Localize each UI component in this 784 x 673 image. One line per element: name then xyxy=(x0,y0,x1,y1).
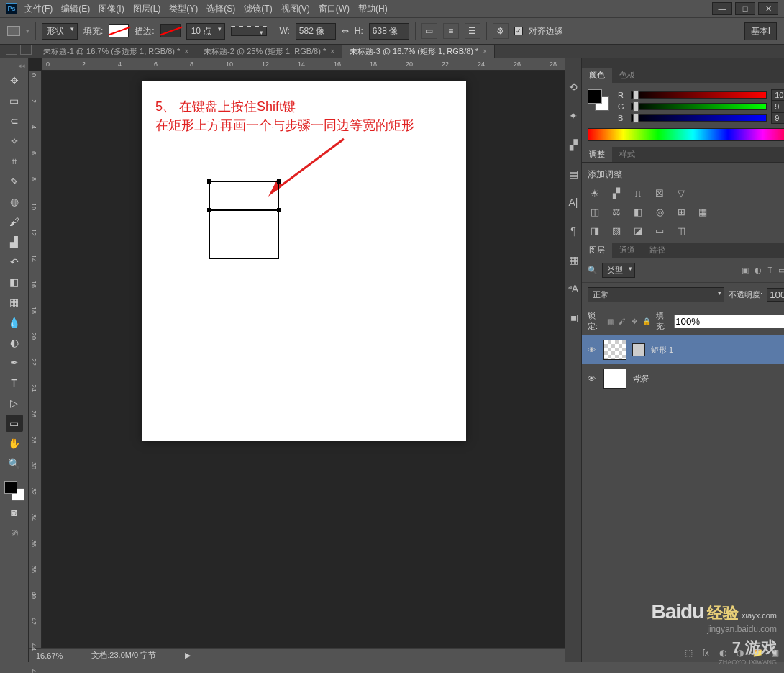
align-edges-checkbox[interactable]: ✓ xyxy=(514,27,523,35)
hand-tool[interactable]: ✋ xyxy=(6,435,23,452)
character-panel-icon[interactable]: A| xyxy=(565,194,581,210)
width-input[interactable]: 582 像 xyxy=(296,23,336,40)
lock-all-icon[interactable]: 🔒 xyxy=(642,316,651,326)
actions-panel-icon[interactable]: ▣ xyxy=(565,310,581,325)
height-input[interactable]: 638 像 xyxy=(369,23,409,40)
fx-icon[interactable]: fx xyxy=(699,646,712,659)
new-layer-icon[interactable]: ▣ xyxy=(768,646,781,659)
opacity-input[interactable] xyxy=(767,288,784,302)
spectrum-picker[interactable] xyxy=(588,128,784,141)
filter-shape-icon[interactable]: ▭ xyxy=(778,266,784,275)
doc-tab-1[interactable]: 未标题-1 @ 16.7% (多边形 1, RGB/8) * × xyxy=(36,45,196,58)
tab-styles[interactable]: 样式 xyxy=(612,147,642,162)
viewport[interactable]: 5、 在键盘上按住Shift键 在矩形上方再画一个与步骤一同边等宽的矩形 xyxy=(42,71,565,648)
brush-tool[interactable]: 🖌 xyxy=(6,213,23,230)
brush-preset-icon[interactable]: ▦ xyxy=(565,252,581,268)
b-value[interactable]: 9 xyxy=(771,112,784,124)
r-slider[interactable] xyxy=(631,91,767,99)
doc-info[interactable]: 文档:23.0M/0 字节 xyxy=(91,650,156,661)
doc-tab-3[interactable]: 未标题-3 @ 16.7% (矩形 1, RGB/8) * × xyxy=(342,45,495,58)
close-button[interactable]: ✕ xyxy=(758,2,778,15)
tab-paths[interactable]: 路径 xyxy=(642,243,673,258)
invert-icon[interactable]: ◨ xyxy=(588,224,602,237)
handle-ne[interactable] xyxy=(277,179,281,184)
channel-mixer-icon[interactable]: ⊞ xyxy=(674,205,688,218)
tool-mode-select[interactable]: 形状 xyxy=(42,23,78,40)
color-swatches[interactable] xyxy=(4,481,24,501)
pen-tool[interactable]: ✒ xyxy=(6,354,23,371)
view-arrange-icon[interactable] xyxy=(6,45,17,55)
tab-swatches[interactable]: 色板 xyxy=(612,68,642,83)
brightness-icon[interactable]: ☀ xyxy=(588,186,602,199)
filter-type-icon[interactable]: T xyxy=(767,266,772,275)
quick-mask-tool[interactable]: ◙ xyxy=(6,504,23,521)
threshold-icon[interactable]: ◪ xyxy=(631,224,645,237)
exposure-icon[interactable]: ☒ xyxy=(652,186,667,199)
eyedropper-tool[interactable]: ✎ xyxy=(6,173,23,190)
screen-mode-tool[interactable]: ⎚ xyxy=(6,524,23,541)
selective-color-icon[interactable]: ◫ xyxy=(674,224,688,237)
menu-help[interactable]: 帮助(H) xyxy=(358,3,388,15)
status-chevron-icon[interactable]: ▶ xyxy=(185,651,191,660)
r-value[interactable]: 10 xyxy=(771,89,784,101)
shape-rect-upper[interactable] xyxy=(209,181,279,210)
layer-thumbnail[interactable] xyxy=(603,340,626,360)
navigator-icon[interactable]: ✦ xyxy=(565,108,581,124)
lookup-icon[interactable]: ▦ xyxy=(696,205,710,218)
posterize-icon[interactable]: ▨ xyxy=(609,224,624,237)
tab-color[interactable]: 颜色 xyxy=(582,68,612,83)
info-panel-icon[interactable]: ▤ xyxy=(565,166,581,181)
blur-tool[interactable]: 💧 xyxy=(6,314,23,331)
eraser-tool[interactable]: ◧ xyxy=(6,274,23,291)
b-slider[interactable] xyxy=(631,114,767,122)
search-icon[interactable]: 🔍 xyxy=(588,266,598,275)
fill-swatch[interactable] xyxy=(109,24,129,37)
lasso-tool[interactable]: ⊂ xyxy=(6,112,23,130)
vibrance-icon[interactable]: ▽ xyxy=(674,186,688,199)
rectangle-tool[interactable]: ▭ xyxy=(6,415,23,432)
maximize-button[interactable]: □ xyxy=(735,2,755,15)
menu-filter[interactable]: 滤镜(T) xyxy=(244,3,272,15)
levels-icon[interactable]: ▞ xyxy=(609,186,624,199)
tab-adjustments[interactable]: 调整 xyxy=(582,147,612,162)
tab-channels[interactable]: 通道 xyxy=(612,243,642,258)
mask-icon[interactable]: ◐ xyxy=(716,646,729,659)
filter-image-icon[interactable]: ▣ xyxy=(742,266,749,275)
arrange-icon[interactable]: ☰ xyxy=(465,23,480,39)
close-icon[interactable]: × xyxy=(483,48,487,55)
lock-paint-icon[interactable]: 🖌 xyxy=(619,316,626,326)
crop-tool[interactable]: ⌗ xyxy=(6,153,23,170)
menu-type[interactable]: 类型(Y) xyxy=(169,3,198,15)
menu-window[interactable]: 窗口(W) xyxy=(319,3,350,15)
blend-mode-select[interactable]: 正常 xyxy=(588,287,724,302)
fill-input[interactable] xyxy=(674,315,784,328)
vertical-ruler[interactable]: 0246810121416182022242628303234363840424… xyxy=(29,71,42,648)
link-wh-icon[interactable]: ⇔ xyxy=(342,26,349,36)
path-ops-icon[interactable]: ▭ xyxy=(421,23,437,39)
stroke-weight-select[interactable]: 10 点 xyxy=(186,23,226,40)
magic-wand-tool[interactable]: ✧ xyxy=(6,132,23,150)
histogram-icon[interactable]: ▞ xyxy=(565,137,581,153)
path-select-tool[interactable]: ▷ xyxy=(6,394,23,412)
move-tool[interactable]: ✥ xyxy=(6,72,23,89)
link-layers-icon[interactable]: ⬚ xyxy=(682,646,695,659)
gradient-map-icon[interactable]: ▭ xyxy=(652,224,667,237)
menu-layer[interactable]: 图层(L) xyxy=(133,3,161,15)
layer-mask-thumbnail[interactable] xyxy=(632,343,645,356)
g-value[interactable]: 9 xyxy=(771,101,784,112)
close-icon[interactable]: × xyxy=(184,48,188,55)
lock-position-icon[interactable]: ✥ xyxy=(631,316,639,326)
handle-nw[interactable] xyxy=(207,179,211,184)
shape-preset-icon[interactable] xyxy=(7,26,20,36)
balance-icon[interactable]: ⚖ xyxy=(609,205,624,218)
dodge-tool[interactable]: ◐ xyxy=(6,334,23,351)
menu-view[interactable]: 视图(V) xyxy=(281,3,310,15)
curves-icon[interactable]: ⎍ xyxy=(631,186,645,199)
layer-name[interactable]: 背景 xyxy=(632,374,648,384)
visibility-icon[interactable]: 👁 xyxy=(588,374,598,383)
layer-row-rect1[interactable]: 👁 矩形 1 xyxy=(582,335,784,364)
styles-panel-icon[interactable]: ᵃA xyxy=(565,281,581,297)
close-icon[interactable]: × xyxy=(330,48,334,55)
horizontal-ruler[interactable]: 0246810121416182022242628 xyxy=(42,58,565,71)
lock-pixels-icon[interactable]: ▦ xyxy=(606,316,614,326)
